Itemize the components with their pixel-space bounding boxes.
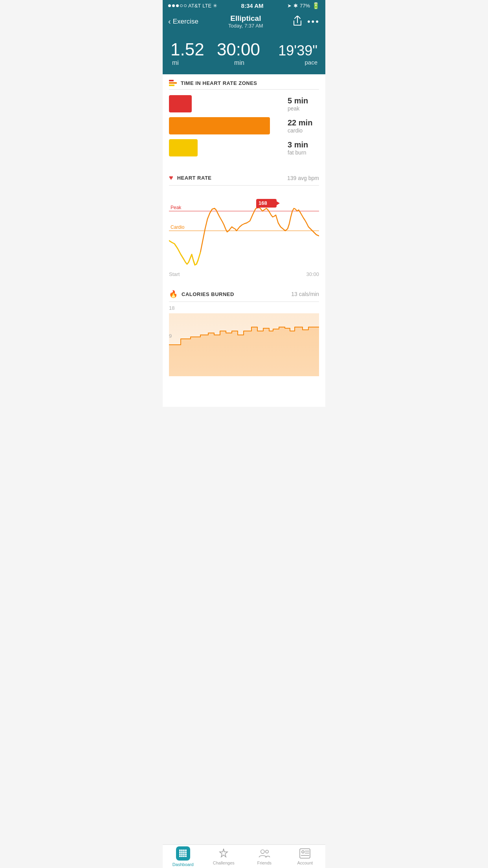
duration-stat: 30:00 min — [212, 40, 265, 66]
fatburn-zone-info: 3 min fat burn — [288, 140, 319, 156]
bottom-spacer — [163, 379, 325, 407]
more-button[interactable]: ••• — [307, 17, 320, 27]
back-label: Exercise — [173, 18, 198, 26]
fatburn-bar-container — [169, 139, 284, 156]
battery-icon: 🔋 — [312, 2, 320, 9]
svg-text:168: 168 — [259, 200, 267, 206]
cal-chart-area: 18 — [169, 304, 319, 376]
cal-title: CALORIES BURNED — [182, 291, 234, 297]
cal-rate: 13 cals/min — [291, 291, 319, 297]
peak-mins: 5 min — [288, 96, 319, 105]
duration-unit: min — [234, 59, 244, 66]
distance-value: 1.52 — [171, 40, 204, 59]
distance-stat: 1.52 mi — [171, 40, 212, 66]
back-chevron-icon: ‹ — [168, 17, 171, 26]
cardio-mins: 22 min — [288, 118, 319, 127]
cardio-bar-container — [169, 117, 284, 134]
carrier-label: AT&T — [188, 3, 201, 9]
cardio-bar — [169, 117, 270, 134]
cal-title-row: 🔥 CALORIES BURNED — [169, 290, 234, 298]
pace-stat: 19'39" pace — [265, 42, 317, 66]
avg-bpm: 139 avg bpm — [287, 175, 319, 181]
fatburn-label: fat burn — [288, 149, 319, 156]
status-bar: AT&T LTE ✳ 8:34 AM ➤ ✱ 77% 🔋 — [163, 0, 325, 11]
nav-bar: ‹ Exercise Elliptical Today, 7:37 AM ••• — [163, 11, 325, 33]
svg-marker-5 — [277, 201, 280, 205]
heart-rate-section: ♥ HEART RATE 139 avg bpm Peak Cardio — [163, 168, 325, 281]
zones-icon — [169, 80, 177, 86]
page-subtitle: Today, 7:37 AM — [228, 23, 263, 29]
calories-section: 🔥 CALORIES BURNED 13 cals/min 18 — [163, 284, 325, 376]
pace-label: pace — [305, 59, 317, 66]
page-title: Elliptical — [228, 14, 263, 23]
hr-header: ♥ HEART RATE 139 avg bpm — [169, 168, 319, 186]
svg-text:Peak: Peak — [171, 205, 182, 210]
svg-point-7 — [256, 205, 259, 208]
dot1 — [168, 4, 171, 7]
heart-icon: ♥ — [169, 174, 173, 182]
cal-y-axis: 18 — [169, 304, 319, 312]
heart-rate-zones-section: TIME IN HEART RATE ZONES 5 min peak — [163, 74, 325, 165]
stats-banner: 1.52 mi 30:00 min 19'39" pace — [163, 33, 325, 74]
bluetooth-icon: ✱ — [294, 3, 298, 9]
hr-chart-svg: Peak Cardio 168 — [169, 189, 319, 268]
main-content: TIME IN HEART RATE ZONES 5 min peak — [163, 74, 325, 407]
dot2 — [172, 4, 175, 7]
dot5 — [184, 4, 187, 7]
status-right: ➤ ✱ 77% 🔋 — [287, 2, 320, 9]
pace-value: 19'39" — [278, 42, 317, 59]
cal-header: 🔥 CALORIES BURNED 13 cals/min — [169, 284, 319, 302]
zones-header: TIME IN HEART RATE ZONES — [169, 74, 319, 90]
loading-icon: ✳ — [213, 3, 217, 9]
duration-value: 30:00 — [217, 40, 260, 59]
share-button[interactable] — [293, 16, 302, 28]
cardio-label: cardio — [288, 127, 319, 134]
zones-title-row: TIME IN HEART RATE ZONES — [169, 80, 257, 86]
dot3 — [176, 4, 179, 7]
distance-unit: mi — [172, 59, 179, 66]
zones-title: TIME IN HEART RATE ZONES — [181, 80, 257, 86]
peak-bar-container — [169, 95, 284, 112]
status-left: AT&T LTE ✳ — [168, 3, 217, 9]
cal-chart-svg — [169, 313, 319, 376]
peak-zone-info: 5 min peak — [288, 96, 319, 112]
cardio-zone-info: 22 min cardio — [288, 118, 319, 134]
peak-zone-row: 5 min peak — [169, 95, 319, 112]
chart-time-row: Start 30:00 — [169, 270, 319, 281]
zones-container: 5 min peak 22 min cardio — [169, 90, 319, 165]
cal-y-max: 18 — [169, 305, 174, 311]
svg-text:Cardio: Cardio — [171, 224, 185, 230]
fatburn-zone-row: 3 min fat burn — [169, 139, 319, 156]
network-type: LTE — [202, 3, 211, 9]
peak-bar — [169, 95, 192, 112]
nav-actions: ••• — [293, 16, 320, 28]
peak-label: peak — [288, 105, 319, 112]
fatburn-bar — [169, 139, 198, 156]
cardio-zone-row: 22 min cardio — [169, 117, 319, 134]
share-icon — [293, 16, 302, 26]
cal-chart-wrapper — [169, 313, 319, 376]
time-start: Start — [169, 271, 180, 277]
time-display: 8:34 AM — [241, 2, 264, 9]
hr-title-row: ♥ HEART RATE — [169, 174, 212, 182]
location-icon: ➤ — [287, 3, 292, 9]
signal-dots — [168, 4, 187, 7]
back-button[interactable]: ‹ Exercise — [168, 17, 198, 26]
flame-icon: 🔥 — [169, 290, 178, 298]
nav-center: Elliptical Today, 7:37 AM — [228, 14, 263, 29]
battery-pct: 77% — [300, 3, 310, 9]
fatburn-mins: 3 min — [288, 140, 319, 149]
hr-title: HEART RATE — [177, 175, 212, 181]
time-end: 30:00 — [306, 271, 319, 277]
hr-chart-wrapper: Peak Cardio 168 — [169, 189, 319, 268]
dot4 — [180, 4, 183, 7]
